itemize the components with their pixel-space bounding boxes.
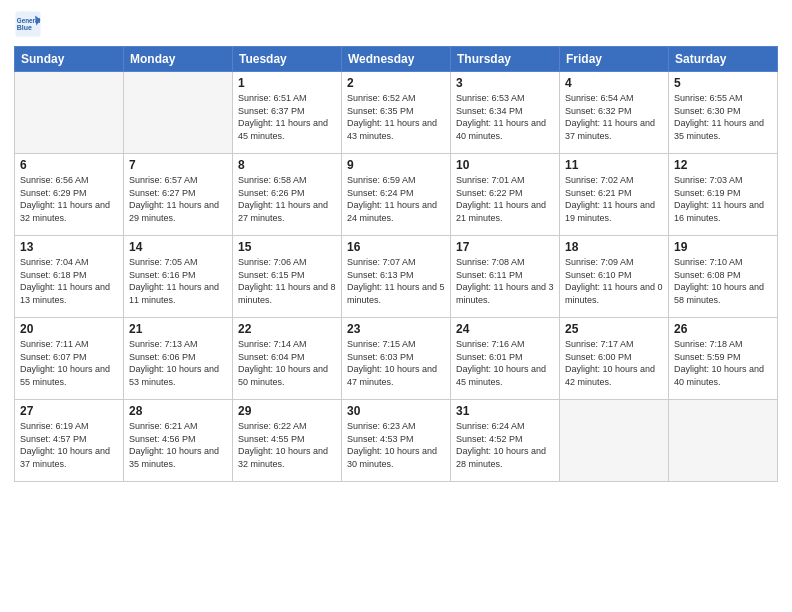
day-number: 21 [129,322,227,336]
day-number: 29 [238,404,336,418]
calendar-cell: 19Sunrise: 7:10 AMSunset: 6:08 PMDayligh… [669,236,778,318]
cell-info: Sunrise: 6:55 AMSunset: 6:30 PMDaylight:… [674,92,772,142]
logo: General Blue [14,10,44,38]
day-number: 22 [238,322,336,336]
calendar-cell: 24Sunrise: 7:16 AMSunset: 6:01 PMDayligh… [451,318,560,400]
day-header-tuesday: Tuesday [233,47,342,72]
calendar-cell: 20Sunrise: 7:11 AMSunset: 6:07 PMDayligh… [15,318,124,400]
day-header-friday: Friday [560,47,669,72]
cell-info: Sunrise: 6:58 AMSunset: 6:26 PMDaylight:… [238,174,336,224]
cell-info: Sunrise: 7:06 AMSunset: 6:15 PMDaylight:… [238,256,336,306]
calendar-cell: 21Sunrise: 7:13 AMSunset: 6:06 PMDayligh… [124,318,233,400]
day-number: 31 [456,404,554,418]
calendar-header-row: SundayMondayTuesdayWednesdayThursdayFrid… [15,47,778,72]
day-number: 13 [20,240,118,254]
cell-info: Sunrise: 7:05 AMSunset: 6:16 PMDaylight:… [129,256,227,306]
calendar-cell [124,72,233,154]
cell-info: Sunrise: 7:02 AMSunset: 6:21 PMDaylight:… [565,174,663,224]
day-number: 12 [674,158,772,172]
cell-info: Sunrise: 7:08 AMSunset: 6:11 PMDaylight:… [456,256,554,306]
cell-info: Sunrise: 6:19 AMSunset: 4:57 PMDaylight:… [20,420,118,470]
calendar-cell: 31Sunrise: 6:24 AMSunset: 4:52 PMDayligh… [451,400,560,482]
calendar-cell: 26Sunrise: 7:18 AMSunset: 5:59 PMDayligh… [669,318,778,400]
cell-info: Sunrise: 7:18 AMSunset: 5:59 PMDaylight:… [674,338,772,388]
day-number: 15 [238,240,336,254]
calendar-cell: 5Sunrise: 6:55 AMSunset: 6:30 PMDaylight… [669,72,778,154]
day-number: 2 [347,76,445,90]
cell-info: Sunrise: 7:13 AMSunset: 6:06 PMDaylight:… [129,338,227,388]
cell-info: Sunrise: 6:54 AMSunset: 6:32 PMDaylight:… [565,92,663,142]
day-number: 18 [565,240,663,254]
day-number: 4 [565,76,663,90]
day-number: 11 [565,158,663,172]
cell-info: Sunrise: 7:09 AMSunset: 6:10 PMDaylight:… [565,256,663,306]
calendar-cell: 4Sunrise: 6:54 AMSunset: 6:32 PMDaylight… [560,72,669,154]
calendar-cell: 25Sunrise: 7:17 AMSunset: 6:00 PMDayligh… [560,318,669,400]
cell-info: Sunrise: 6:21 AMSunset: 4:56 PMDaylight:… [129,420,227,470]
cell-info: Sunrise: 7:15 AMSunset: 6:03 PMDaylight:… [347,338,445,388]
calendar-cell: 11Sunrise: 7:02 AMSunset: 6:21 PMDayligh… [560,154,669,236]
calendar-cell: 7Sunrise: 6:57 AMSunset: 6:27 PMDaylight… [124,154,233,236]
day-header-wednesday: Wednesday [342,47,451,72]
calendar-cell: 12Sunrise: 7:03 AMSunset: 6:19 PMDayligh… [669,154,778,236]
cell-info: Sunrise: 7:14 AMSunset: 6:04 PMDaylight:… [238,338,336,388]
cell-info: Sunrise: 7:01 AMSunset: 6:22 PMDaylight:… [456,174,554,224]
calendar-cell: 15Sunrise: 7:06 AMSunset: 6:15 PMDayligh… [233,236,342,318]
calendar-cell: 14Sunrise: 7:05 AMSunset: 6:16 PMDayligh… [124,236,233,318]
calendar-cell: 3Sunrise: 6:53 AMSunset: 6:34 PMDaylight… [451,72,560,154]
cell-info: Sunrise: 6:52 AMSunset: 6:35 PMDaylight:… [347,92,445,142]
calendar-cell: 30Sunrise: 6:23 AMSunset: 4:53 PMDayligh… [342,400,451,482]
calendar-cell: 1Sunrise: 6:51 AMSunset: 6:37 PMDaylight… [233,72,342,154]
page-container: General Blue SundayMondayTuesdayWednesda… [0,0,792,612]
day-number: 19 [674,240,772,254]
day-number: 28 [129,404,227,418]
day-header-sunday: Sunday [15,47,124,72]
day-number: 1 [238,76,336,90]
calendar-cell: 22Sunrise: 7:14 AMSunset: 6:04 PMDayligh… [233,318,342,400]
day-number: 3 [456,76,554,90]
calendar-cell: 29Sunrise: 6:22 AMSunset: 4:55 PMDayligh… [233,400,342,482]
cell-info: Sunrise: 6:59 AMSunset: 6:24 PMDaylight:… [347,174,445,224]
day-number: 25 [565,322,663,336]
calendar-cell: 9Sunrise: 6:59 AMSunset: 6:24 PMDaylight… [342,154,451,236]
page-header: General Blue [14,10,778,38]
cell-info: Sunrise: 6:24 AMSunset: 4:52 PMDaylight:… [456,420,554,470]
cell-info: Sunrise: 7:11 AMSunset: 6:07 PMDaylight:… [20,338,118,388]
day-number: 10 [456,158,554,172]
day-number: 24 [456,322,554,336]
cell-info: Sunrise: 7:04 AMSunset: 6:18 PMDaylight:… [20,256,118,306]
day-number: 30 [347,404,445,418]
day-number: 27 [20,404,118,418]
calendar-cell: 13Sunrise: 7:04 AMSunset: 6:18 PMDayligh… [15,236,124,318]
calendar-cell [669,400,778,482]
day-number: 5 [674,76,772,90]
day-number: 20 [20,322,118,336]
calendar-week-row: 13Sunrise: 7:04 AMSunset: 6:18 PMDayligh… [15,236,778,318]
calendar-cell [15,72,124,154]
day-header-saturday: Saturday [669,47,778,72]
calendar-cell: 16Sunrise: 7:07 AMSunset: 6:13 PMDayligh… [342,236,451,318]
calendar-cell: 6Sunrise: 6:56 AMSunset: 6:29 PMDaylight… [15,154,124,236]
day-number: 14 [129,240,227,254]
cell-info: Sunrise: 6:56 AMSunset: 6:29 PMDaylight:… [20,174,118,224]
calendar-week-row: 6Sunrise: 6:56 AMSunset: 6:29 PMDaylight… [15,154,778,236]
svg-text:Blue: Blue [17,24,32,31]
calendar-week-row: 27Sunrise: 6:19 AMSunset: 4:57 PMDayligh… [15,400,778,482]
day-header-monday: Monday [124,47,233,72]
day-number: 7 [129,158,227,172]
cell-info: Sunrise: 6:22 AMSunset: 4:55 PMDaylight:… [238,420,336,470]
day-number: 17 [456,240,554,254]
day-number: 6 [20,158,118,172]
day-number: 8 [238,158,336,172]
calendar-cell: 8Sunrise: 6:58 AMSunset: 6:26 PMDaylight… [233,154,342,236]
day-number: 23 [347,322,445,336]
calendar-cell: 10Sunrise: 7:01 AMSunset: 6:22 PMDayligh… [451,154,560,236]
cell-info: Sunrise: 7:10 AMSunset: 6:08 PMDaylight:… [674,256,772,306]
calendar-cell: 28Sunrise: 6:21 AMSunset: 4:56 PMDayligh… [124,400,233,482]
day-number: 16 [347,240,445,254]
logo-icon: General Blue [14,10,42,38]
day-number: 26 [674,322,772,336]
calendar-cell [560,400,669,482]
calendar-week-row: 20Sunrise: 7:11 AMSunset: 6:07 PMDayligh… [15,318,778,400]
cell-info: Sunrise: 7:03 AMSunset: 6:19 PMDaylight:… [674,174,772,224]
